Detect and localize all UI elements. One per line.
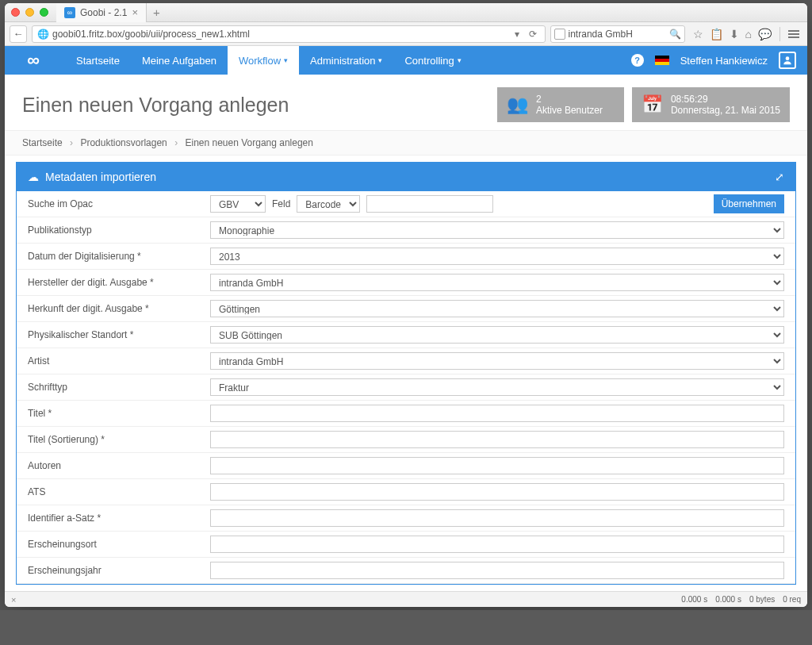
- cloud-download-icon: ☁: [28, 171, 39, 183]
- page-title: Einen neuen Vorgang anlegen: [22, 94, 489, 117]
- url-bar[interactable]: 🌐 goobi01.fritz.box/goobi/uii/process_ne…: [32, 25, 546, 43]
- select-digidate[interactable]: 2013: [210, 248, 784, 265]
- input-pubyear[interactable]: [210, 562, 784, 579]
- bookmark-icon[interactable]: ☆: [693, 28, 703, 40]
- chat-icon[interactable]: 💬: [758, 28, 772, 40]
- username[interactable]: Steffen Hankiewicz: [680, 55, 768, 67]
- chevron-right-icon: ›: [70, 137, 73, 148]
- label-opac: Suche im Opac: [28, 198, 210, 209]
- stat-bytes: 0 bytes: [749, 595, 775, 604]
- nav-workflow[interactable]: Workflow▾: [228, 46, 299, 75]
- input-ident-a[interactable]: [210, 509, 784, 527]
- label-producer: Hersteller der digit. Ausgabe *: [28, 277, 210, 288]
- import-panel: ☁ Metadaten importieren ⤢ Suche im Opac …: [16, 162, 796, 585]
- panel-title: Metadaten importieren: [45, 171, 156, 183]
- label-digidate: Datum der Digitalisierung *: [28, 251, 210, 262]
- label-pubplace: Erscheinungsort: [28, 539, 210, 550]
- label-pubtype: Publikationstyp: [28, 225, 210, 236]
- window-titlebar: ∞ Goobi - 2.1 × +: [5, 3, 807, 22]
- label-title-sort: Titel (Sortierung) *: [28, 434, 210, 445]
- label-authors: Autoren: [28, 460, 210, 471]
- tab-favicon-icon: ∞: [64, 7, 75, 18]
- current-date: Donnerstag, 21. Mai 2015: [671, 105, 780, 116]
- input-title[interactable]: [210, 405, 784, 422]
- input-title-sort[interactable]: [210, 431, 784, 448]
- statusbar-close-icon[interactable]: ×: [11, 595, 16, 605]
- breadcrumb-templates[interactable]: Produktionsvorlagen: [80, 137, 167, 148]
- nav-home[interactable]: Startseite: [65, 46, 131, 75]
- stat-req: 0 req: [783, 595, 801, 604]
- caret-down-icon: ▾: [458, 56, 462, 64]
- minimize-window-icon[interactable]: [25, 8, 34, 17]
- active-users-label: Aktive Benutzer: [536, 105, 603, 116]
- chevron-right-icon: ›: [174, 137, 178, 148]
- select-field[interactable]: Barcode: [297, 195, 360, 213]
- select-location[interactable]: SUB Göttingen: [210, 326, 784, 344]
- input-pubplace[interactable]: [210, 536, 784, 553]
- tab-close-icon[interactable]: ×: [132, 6, 138, 18]
- browser-toolbar: ← 🌐 goobi01.fritz.box/goobi/uii/process_…: [5, 22, 807, 46]
- label-ident-a: Identifier a-Satz *: [28, 513, 210, 524]
- input-authors[interactable]: [210, 457, 784, 474]
- app-logo-icon[interactable]: ∞: [16, 46, 51, 75]
- calendar-icon: 📅: [642, 94, 663, 115]
- label-origin: Herkunft der digit. Ausgabe *: [28, 303, 210, 314]
- breadcrumb: Startseite › Produktionsvorlagen › Einen…: [5, 130, 807, 155]
- status-bar: × 0.000 s 0.000 s 0 bytes 0 req: [5, 591, 807, 607]
- flag-de-icon[interactable]: [655, 56, 669, 65]
- close-window-icon[interactable]: [11, 8, 20, 17]
- tab-title: Goobi - 2.1: [80, 7, 127, 18]
- active-users-count: 2: [536, 94, 603, 105]
- stat-time2: 0.000 s: [715, 595, 741, 604]
- breadcrumb-home[interactable]: Startseite: [22, 137, 63, 148]
- stat-time1: 0.000 s: [681, 595, 707, 604]
- caret-down-icon: ▾: [378, 56, 382, 64]
- back-button[interactable]: ←: [10, 25, 27, 43]
- new-tab-button[interactable]: +: [147, 6, 167, 19]
- reload-icon[interactable]: ⟳: [526, 29, 540, 40]
- search-text: intranda GmbH: [569, 29, 633, 40]
- browser-tab[interactable]: ∞ Goobi - 2.1 ×: [56, 3, 147, 22]
- label-field: Feld: [272, 198, 290, 209]
- label-title: Titel *: [28, 408, 210, 419]
- select-pubtype[interactable]: Monographie: [210, 221, 784, 239]
- browser-search[interactable]: intranda GmbH 🔍: [550, 25, 685, 43]
- paste-icon[interactable]: 📋: [710, 28, 723, 40]
- globe-icon: 🌐: [37, 29, 49, 40]
- expand-icon[interactable]: ⤢: [775, 171, 784, 183]
- active-users-widget[interactable]: 👥 2 Aktive Benutzer: [497, 87, 624, 122]
- nav-controlling[interactable]: Controlling▾: [393, 46, 472, 75]
- current-time: 08:56:29: [671, 94, 780, 105]
- select-artist[interactable]: intranda GmbH: [210, 352, 784, 370]
- panel-header: ☁ Metadaten importieren ⤢: [17, 163, 795, 191]
- help-icon[interactable]: ?: [631, 54, 644, 67]
- home-icon[interactable]: ⌂: [745, 28, 752, 40]
- nav-tasks[interactable]: Meine Aufgaben: [131, 46, 228, 75]
- stop-icon[interactable]: ▾: [511, 29, 523, 40]
- select-fonttype[interactable]: Fraktur: [210, 378, 784, 396]
- svg-point-0: [786, 56, 790, 60]
- datetime-widget: 📅 08:56:29 Donnerstag, 21. Mai 2015: [632, 87, 790, 122]
- select-origin[interactable]: Göttingen: [210, 300, 784, 317]
- input-ats[interactable]: [210, 483, 784, 501]
- menu-icon[interactable]: [788, 30, 799, 38]
- select-catalog[interactable]: GBV: [210, 195, 266, 213]
- row-opac: Suche im Opac GBV Feld Barcode Übernehme…: [17, 191, 795, 217]
- users-icon: 👥: [507, 94, 528, 115]
- submit-opac-button[interactable]: Übernehmen: [714, 194, 784, 213]
- search-icon: 🔍: [669, 29, 681, 40]
- browser-tabs: ∞ Goobi - 2.1 × +: [56, 3, 167, 22]
- nav-admin[interactable]: Administration▾: [299, 46, 393, 75]
- zoom-window-icon[interactable]: [40, 8, 48, 17]
- select-producer[interactable]: intranda GmbH: [210, 274, 784, 291]
- label-location: Physikalischer Standort *: [28, 329, 210, 340]
- app-topnav: ∞ Startseite Meine Aufgaben Workflow▾ Ad…: [5, 46, 807, 75]
- url-text: goobi01.fritz.box/goobi/uii/process_new1…: [52, 29, 250, 40]
- caret-down-icon: ▾: [284, 56, 288, 64]
- input-opac-value[interactable]: [366, 195, 493, 213]
- label-fonttype: Schrifttyp: [28, 382, 210, 393]
- traffic-lights: [11, 8, 48, 17]
- user-menu-icon[interactable]: [779, 52, 796, 69]
- label-pubyear: Erscheinungsjahr: [28, 565, 210, 576]
- download-icon[interactable]: ⬇: [730, 28, 739, 40]
